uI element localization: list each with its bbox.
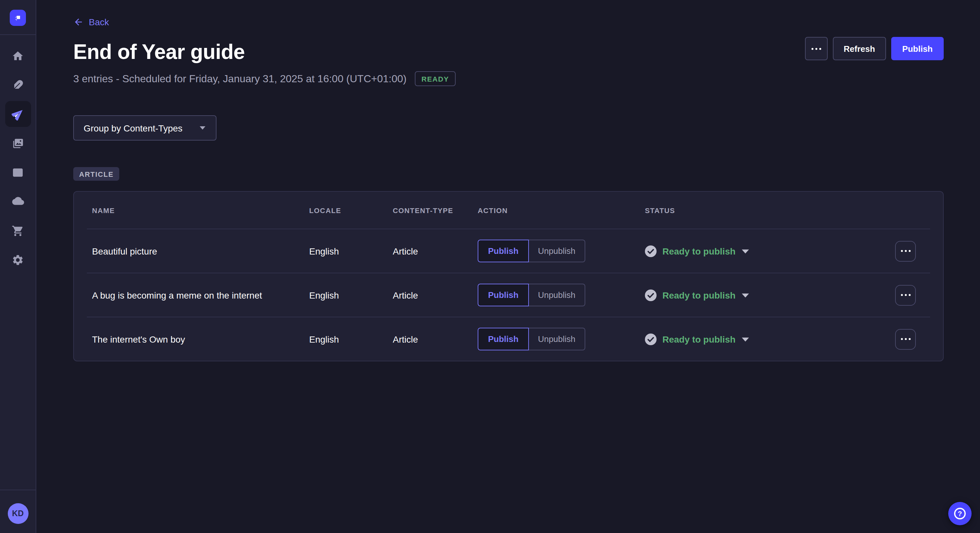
- row-more-button[interactable]: [895, 329, 916, 349]
- table-row: The internet's Own boy English Article P…: [74, 317, 943, 361]
- check-circle-icon: [645, 245, 657, 257]
- layout-icon: [12, 166, 24, 178]
- action-segmented-control: Publish Unpublish: [478, 328, 645, 351]
- ellipsis-icon: [900, 294, 910, 296]
- chevron-down-icon: [199, 125, 206, 130]
- entry-content-type: Article: [393, 334, 478, 344]
- check-circle-icon: [645, 289, 657, 301]
- sidebar-item-settings[interactable]: [5, 247, 31, 273]
- entries-table: NAME LOCALE CONTENT-TYPE ACTION STATUS B…: [73, 191, 944, 362]
- table-header-row: NAME LOCALE CONTENT-TYPE ACTION STATUS: [74, 192, 943, 228]
- publish-action-button[interactable]: Publish: [478, 240, 529, 262]
- status-dropdown[interactable]: Ready to publish: [645, 289, 895, 301]
- column-header-name: NAME: [92, 206, 309, 214]
- action-segmented-control: Publish Unpublish: [478, 240, 645, 262]
- chevron-down-icon: [741, 336, 749, 342]
- sidebar-bottom-divider: [0, 490, 36, 490]
- entry-locale: English: [309, 290, 393, 300]
- user-avatar[interactable]: KD: [8, 503, 28, 524]
- ellipsis-icon: [900, 250, 910, 252]
- ellipsis-icon: [811, 48, 821, 49]
- sidebar-item-content-type-builder[interactable]: [5, 159, 31, 185]
- table-row: A bug is becoming a meme on the internet…: [74, 273, 943, 317]
- refresh-button[interactable]: Refresh: [832, 37, 886, 60]
- cloud-icon: [11, 195, 24, 208]
- strapi-logo-icon: [13, 13, 23, 23]
- entry-name: The internet's Own boy: [92, 334, 309, 344]
- sidebar-nav: [5, 35, 31, 273]
- column-header-status: STATUS: [645, 206, 895, 214]
- back-link[interactable]: Back: [73, 17, 109, 27]
- home-icon: [12, 49, 24, 62]
- entry-name: A bug is becoming a meme on the internet: [92, 290, 309, 300]
- page-header: Back End of Year guide 3 entries - Sched…: [73, 17, 944, 86]
- sidebar-bottom: KD: [0, 490, 36, 533]
- entry-content-type: Article: [393, 290, 478, 300]
- chevron-down-icon: [741, 248, 749, 254]
- group-label-article: ARTICLE: [73, 167, 119, 181]
- sidebar-item-content-manager[interactable]: [5, 72, 31, 98]
- unpublish-action-button[interactable]: Unpublish: [529, 240, 585, 262]
- status-badge: READY: [415, 71, 455, 86]
- more-options-button[interactable]: [805, 37, 827, 60]
- header-actions: Refresh Publish: [805, 37, 944, 60]
- sidebar-item-releases[interactable]: [5, 101, 31, 127]
- entry-name: Beautiful picture: [92, 246, 309, 256]
- unpublish-action-button[interactable]: Unpublish: [529, 284, 585, 306]
- action-segmented-control: Publish Unpublish: [478, 284, 645, 306]
- sidebar-item-cloud[interactable]: [5, 189, 31, 214]
- entry-locale: English: [309, 334, 393, 344]
- sidebar-item-media-library[interactable]: [5, 130, 31, 156]
- status-label: Ready to publish: [662, 334, 736, 344]
- page-title: End of Year guide: [73, 40, 455, 64]
- column-header-locale: LOCALE: [309, 206, 393, 214]
- back-label: Back: [89, 17, 109, 27]
- entry-locale: English: [309, 246, 393, 256]
- app-root: KD Back End of Year guide 3 entries - Sc…: [0, 0, 980, 533]
- strapi-logo[interactable]: [10, 10, 26, 26]
- main-content: Back End of Year guide 3 entries - Sched…: [36, 0, 980, 533]
- paper-plane-icon: [11, 108, 24, 121]
- publish-action-button[interactable]: Publish: [478, 284, 529, 306]
- status-label: Ready to publish: [662, 246, 736, 256]
- help-button[interactable]: ?: [948, 502, 972, 525]
- publish-button[interactable]: Publish: [891, 37, 944, 60]
- subtitle-row: 3 entries - Scheduled for Friday, Januar…: [73, 71, 455, 86]
- row-more-button[interactable]: [895, 241, 916, 261]
- status-dropdown[interactable]: Ready to publish: [645, 333, 895, 345]
- cart-icon: [12, 224, 24, 237]
- publish-action-button[interactable]: Publish: [478, 328, 529, 351]
- feather-icon: [12, 79, 24, 91]
- table-row: Beautiful picture English Article Publis…: [74, 229, 943, 273]
- question-icon: ?: [954, 508, 966, 519]
- sidebar: KD: [0, 0, 36, 533]
- ellipsis-icon: [900, 338, 910, 340]
- sidebar-item-marketplace[interactable]: [5, 217, 31, 244]
- header-left: Back End of Year guide 3 entries - Sched…: [73, 17, 455, 86]
- unpublish-action-button[interactable]: Unpublish: [529, 328, 585, 351]
- entry-content-type: Article: [393, 246, 478, 256]
- release-subtitle: 3 entries - Scheduled for Friday, Januar…: [73, 73, 406, 84]
- arrow-left-icon: [73, 17, 84, 27]
- group-by-select[interactable]: Group by Content-Types: [73, 115, 216, 141]
- status-dropdown[interactable]: Ready to publish: [645, 245, 895, 257]
- group-by-label: Group by Content-Types: [84, 123, 183, 133]
- column-header-content-type: CONTENT-TYPE: [393, 206, 478, 214]
- sidebar-item-home[interactable]: [5, 43, 31, 69]
- chevron-down-icon: [741, 292, 749, 298]
- check-circle-icon: [645, 333, 657, 345]
- row-more-button[interactable]: [895, 285, 916, 305]
- column-header-action: ACTION: [478, 206, 645, 214]
- images-icon: [12, 137, 24, 149]
- gear-icon: [12, 254, 24, 266]
- status-label: Ready to publish: [662, 290, 736, 300]
